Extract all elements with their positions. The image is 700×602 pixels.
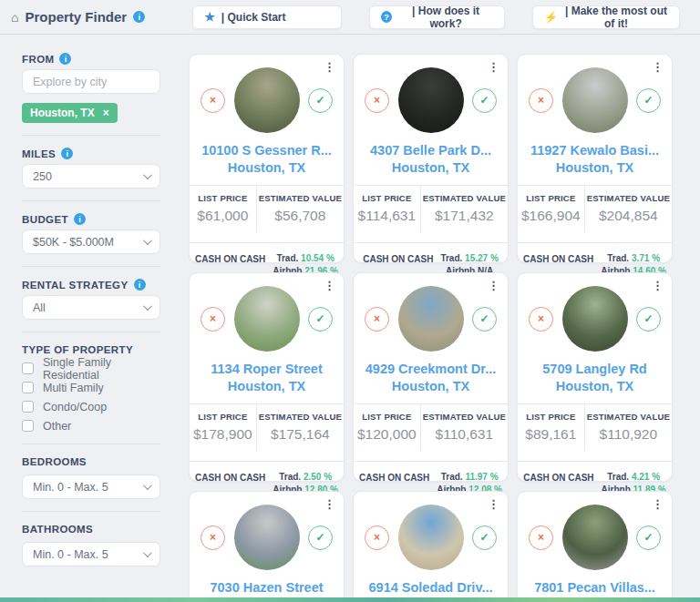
- property-address-link[interactable]: 1134 Roper Street: [201, 362, 333, 376]
- property-photo[interactable]: [234, 505, 300, 570]
- property-city-link[interactable]: Houston, TX: [365, 160, 497, 175]
- accept-button[interactable]: ✓: [308, 88, 333, 113]
- checkbox-icon[interactable]: [22, 401, 34, 413]
- kebab-menu-icon[interactable]: ⋮: [652, 279, 664, 292]
- property-card: ⋮ × ✓ 5709 Langley Rd Houston, TX LIST P…: [517, 272, 673, 482]
- x-icon: ×: [374, 531, 380, 544]
- kebab-menu-icon[interactable]: ⋮: [324, 279, 335, 292]
- accept-button[interactable]: ✓: [636, 88, 661, 113]
- kebab-menu-icon[interactable]: ⋮: [488, 497, 499, 511]
- checkbox-single-family[interactable]: Single Family Residential: [22, 362, 160, 374]
- bedrooms-select[interactable]: Min. 0 - Max. 5: [22, 474, 160, 499]
- property-address-link[interactable]: 7801 Pecan Villas...: [529, 580, 661, 595]
- property-grid: ⋮ × ✓ 10100 S Gessner R... Houston, TX L…: [189, 54, 700, 602]
- property-city-link[interactable]: Houston, TX: [201, 160, 333, 175]
- trad-value: 15.27 %: [465, 253, 499, 263]
- reject-button[interactable]: ×: [365, 307, 389, 332]
- accept-button[interactable]: ✓: [472, 88, 497, 113]
- make-the-most-button[interactable]: ⚡ | Make the most out of it!: [532, 5, 680, 29]
- property-photo[interactable]: [562, 505, 628, 570]
- kebab-menu-icon[interactable]: ⋮: [488, 279, 499, 292]
- bathrooms-select[interactable]: Min. 0 - Max. 5: [22, 542, 160, 566]
- budget-select[interactable]: $50K - $5.000M: [22, 230, 160, 254]
- estimated-value-label: ESTIMATED VALUE: [259, 193, 342, 203]
- reject-button[interactable]: ×: [201, 307, 225, 332]
- property-address-link[interactable]: 7030 Hazen Street: [201, 580, 333, 595]
- kebab-menu-icon[interactable]: ⋮: [324, 60, 335, 74]
- rental-strategy-info-icon[interactable]: i: [134, 279, 146, 291]
- accept-button[interactable]: ✓: [472, 307, 497, 332]
- divider: [518, 461, 672, 462]
- checkbox-icon[interactable]: [22, 362, 34, 374]
- property-address-link[interactable]: 4929 Creekmont Dr...: [365, 362, 497, 376]
- property-photo[interactable]: [234, 67, 300, 133]
- x-icon: ×: [538, 312, 544, 325]
- kebab-menu-icon[interactable]: ⋮: [652, 60, 664, 74]
- list-price-value: $89,161: [520, 426, 582, 443]
- reject-button[interactable]: ×: [201, 525, 225, 550]
- property-photo[interactable]: [562, 286, 628, 352]
- property-city-link[interactable]: Houston, TX: [365, 379, 497, 393]
- reject-button[interactable]: ×: [365, 525, 389, 550]
- accept-button[interactable]: ✓: [472, 525, 497, 550]
- property-photo[interactable]: [398, 505, 464, 570]
- accept-button[interactable]: ✓: [636, 307, 661, 332]
- trad-label: Trad.: [441, 472, 463, 482]
- accept-button[interactable]: ✓: [308, 307, 333, 332]
- miles-select[interactable]: 250: [22, 164, 160, 189]
- checkbox-condo-coop[interactable]: Condo/Coop: [22, 401, 160, 413]
- x-icon: ×: [538, 94, 544, 107]
- card-top: × ✓: [529, 505, 661, 570]
- check-icon: ✓: [643, 312, 653, 325]
- property-city-link[interactable]: Houston, TX: [201, 379, 333, 393]
- list-price-label: LIST PRICE: [520, 412, 582, 422]
- property-address-link[interactable]: 6914 Soledad Driv...: [365, 580, 497, 595]
- city-tag[interactable]: Houston, TX ×: [22, 103, 118, 123]
- city-search-input[interactable]: [22, 69, 160, 94]
- property-photo[interactable]: [398, 67, 464, 133]
- list-price-label: LIST PRICE: [191, 412, 254, 422]
- kebab-menu-icon[interactable]: ⋮: [652, 497, 664, 511]
- accept-button[interactable]: ✓: [636, 525, 661, 550]
- rental-strategy-select[interactable]: All: [22, 295, 160, 320]
- checkbox-label: Condo/Coop: [43, 401, 107, 413]
- bathrooms-label: BATHROOMS: [22, 524, 93, 535]
- property-address-link[interactable]: 11927 Kewalo Basi...: [529, 143, 661, 158]
- how-does-it-work-button[interactable]: ? | How does it work?: [369, 5, 505, 29]
- reject-button[interactable]: ×: [365, 88, 389, 113]
- quick-start-button[interactable]: ★ | Quick Start: [192, 5, 342, 29]
- from-info-icon[interactable]: i: [59, 53, 71, 65]
- list-price-label: LIST PRICE: [355, 412, 418, 422]
- reject-button[interactable]: ×: [529, 307, 553, 332]
- checkbox-other[interactable]: Other: [22, 420, 160, 432]
- checkbox-icon[interactable]: [22, 420, 34, 432]
- reject-button[interactable]: ×: [529, 525, 553, 550]
- trad-value: 10.54 %: [301, 253, 335, 263]
- property-photo[interactable]: [234, 286, 300, 352]
- kebab-menu-icon[interactable]: ⋮: [324, 497, 335, 511]
- property-card: ⋮ × ✓ 4929 Creekmont Dr... Houston, TX L…: [353, 272, 509, 482]
- miles-info-icon[interactable]: i: [61, 148, 73, 159]
- check-icon: ✓: [315, 531, 324, 544]
- property-city-link[interactable]: Houston, TX: [529, 379, 661, 393]
- estimated-value-value: $171,432: [423, 208, 506, 224]
- property-photo[interactable]: [562, 67, 628, 133]
- reject-button[interactable]: ×: [529, 88, 553, 113]
- property-city-link[interactable]: Houston, TX: [529, 160, 661, 175]
- property-address-link[interactable]: 10100 S Gessner R...: [201, 143, 333, 158]
- checkbox-icon[interactable]: [22, 382, 34, 393]
- kebab-menu-icon[interactable]: ⋮: [488, 60, 499, 74]
- close-icon[interactable]: ×: [103, 107, 109, 118]
- property-photo[interactable]: [398, 286, 464, 352]
- trad-label: Trad.: [440, 253, 462, 263]
- checkbox-multi-family[interactable]: Multi Family: [22, 382, 160, 393]
- accept-button[interactable]: ✓: [308, 525, 333, 550]
- question-icon: ?: [381, 11, 392, 23]
- info-icon[interactable]: i: [133, 11, 145, 23]
- property-address-link[interactable]: 5709 Langley Rd: [529, 362, 661, 376]
- check-icon: ✓: [643, 94, 653, 107]
- budget-info-icon[interactable]: i: [74, 213, 86, 225]
- reject-button[interactable]: ×: [201, 88, 225, 113]
- property-address-link[interactable]: 4307 Belle Park D...: [365, 143, 497, 158]
- star-icon: ★: [204, 11, 215, 23]
